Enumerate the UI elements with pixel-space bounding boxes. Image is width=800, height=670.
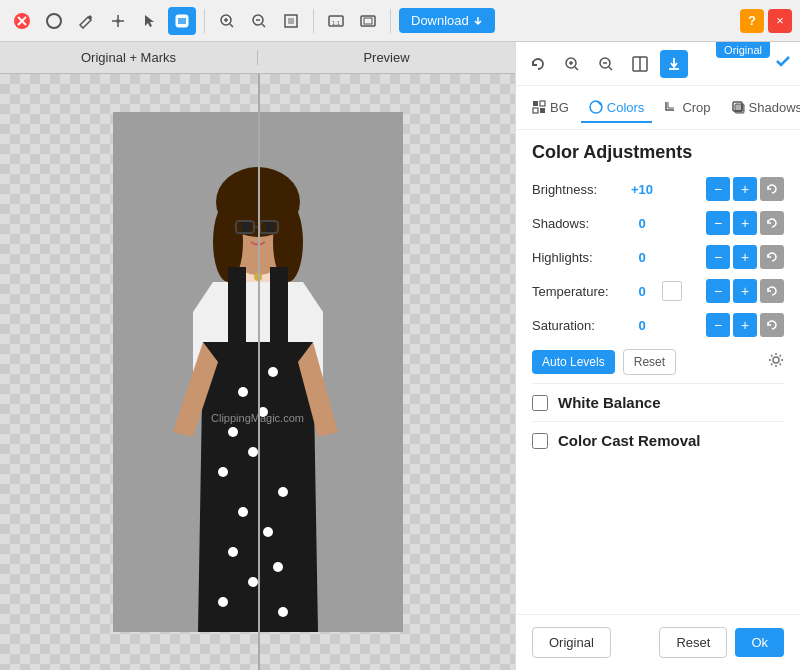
svg-text:1:1: 1:1 [332,20,341,26]
svg-point-47 [248,577,258,587]
pencil-icon[interactable] [72,7,100,35]
tab-colors-label: Colors [607,100,645,115]
white-balance-label: White Balance [558,394,661,411]
temperature-color-box[interactable] [662,281,682,301]
svg-rect-67 [735,104,744,113]
svg-point-45 [228,547,238,557]
canvas-label-bar: Original + Marks Preview [0,42,515,74]
original-button[interactable]: Original [532,627,611,658]
highlights-plus-button[interactable]: + [733,245,757,269]
close-circle-icon[interactable] [8,7,36,35]
shadows-minus-button[interactable]: − [706,211,730,235]
tab-shadows[interactable]: Shadows [723,94,800,123]
tab-bg[interactable]: BG [524,94,577,123]
panel-tabs: BG Colors Crop Shadows [516,86,800,130]
temperature-reset-button[interactable] [760,279,784,303]
highlights-reset-button[interactable] [760,245,784,269]
confirm-icon[interactable] [774,52,792,75]
tab-crop[interactable]: Crop [656,94,718,123]
saturation-value: 0 [628,318,656,333]
svg-rect-61 [533,101,538,106]
svg-line-16 [262,24,265,27]
svg-rect-22 [364,18,372,24]
svg-point-30 [265,221,275,233]
circle-icon[interactable] [40,7,68,35]
temperature-minus-button[interactable]: − [706,279,730,303]
main-toolbar: 1:1 Download ? × [0,0,800,42]
brightness-plus-button[interactable]: + [733,177,757,201]
zoom-out-icon[interactable] [245,7,273,35]
white-balance-checkbox[interactable] [532,395,548,411]
saturation-reset-button[interactable] [760,313,784,337]
svg-point-49 [278,607,288,617]
white-balance-section: White Balance [532,383,784,421]
temperature-row: Temperature: 0 − + [532,279,784,303]
footer-reset-button[interactable]: Reset [659,627,727,658]
color-cast-checkbox[interactable] [532,433,548,449]
tab-bg-label: BG [550,100,569,115]
auto-levels-button[interactable]: Auto Levels [532,350,615,374]
temperature-value: 0 [628,284,656,299]
canvas-panel: Original + Marks Preview [0,42,515,670]
right-panel: Original BG [515,42,800,670]
original-badge: Original [716,42,770,58]
svg-point-48 [218,597,228,607]
svg-point-43 [238,507,248,517]
temperature-label: Temperature: [532,284,622,299]
cursor-icon[interactable] [136,7,164,35]
svg-point-3 [47,14,61,28]
panel-zoom-out-icon[interactable] [592,50,620,78]
color-adjustments-title: Color Adjustments [532,142,784,163]
panel-body: Color Adjustments Brightness: +10 − + Sh… [516,130,800,614]
panel-download-icon[interactable] [660,50,688,78]
brightness-minus-button[interactable]: − [706,177,730,201]
shadows-reset-button[interactable] [760,211,784,235]
canvas-label-left: Original + Marks [0,50,257,65]
saturation-row: Saturation: 0 − + [532,313,784,337]
ok-button[interactable]: Ok [735,628,784,657]
saturation-plus-button[interactable]: + [733,313,757,337]
panel-zoom-in-icon[interactable] [558,50,586,78]
brightness-label: Brightness: [532,182,622,197]
svg-line-54 [575,67,578,70]
saturation-minus-button[interactable]: − [706,313,730,337]
separator-1 [204,9,205,33]
panel-split-icon[interactable] [626,50,654,78]
brightness-reset-button[interactable] [760,177,784,201]
svg-point-36 [238,387,248,397]
main-area: Original + Marks Preview [0,42,800,670]
canvas-divider [258,74,260,670]
svg-rect-18 [288,18,294,24]
magic-wand-icon[interactable] [104,7,132,35]
color-cast-section: Color Cast Removal [532,421,784,459]
download-button[interactable]: Download [399,8,495,33]
close-button[interactable]: × [768,9,792,33]
image-size-icon[interactable]: 1:1 [322,7,350,35]
brush-icon[interactable] [168,7,196,35]
undo-icon[interactable] [524,50,552,78]
tab-crop-label: Crop [682,100,710,115]
svg-point-41 [218,467,228,477]
svg-point-38 [228,427,238,437]
shadows-value: 0 [628,216,656,231]
saturation-label: Saturation: [532,318,622,333]
brightness-row: Brightness: +10 − + [532,177,784,201]
svg-point-44 [263,527,273,537]
highlights-minus-button[interactable]: − [706,245,730,269]
settings-gear-button[interactable] [768,352,784,372]
shadows-plus-button[interactable]: + [733,211,757,235]
panel-footer: Original Reset Ok [516,614,800,670]
help-button[interactable]: ? [740,9,764,33]
svg-point-46 [273,562,283,572]
download-label: Download [411,13,469,28]
fit-view-icon[interactable] [277,7,305,35]
zoom-in-icon[interactable] [213,7,241,35]
brightness-value: +10 [628,182,656,197]
reset-button[interactable]: Reset [623,349,676,375]
svg-point-42 [278,487,288,497]
svg-point-29 [241,221,251,233]
temperature-plus-button[interactable]: + [733,279,757,303]
svg-line-13 [230,24,233,27]
tab-colors[interactable]: Colors [581,94,653,123]
resize-icon[interactable] [354,7,382,35]
